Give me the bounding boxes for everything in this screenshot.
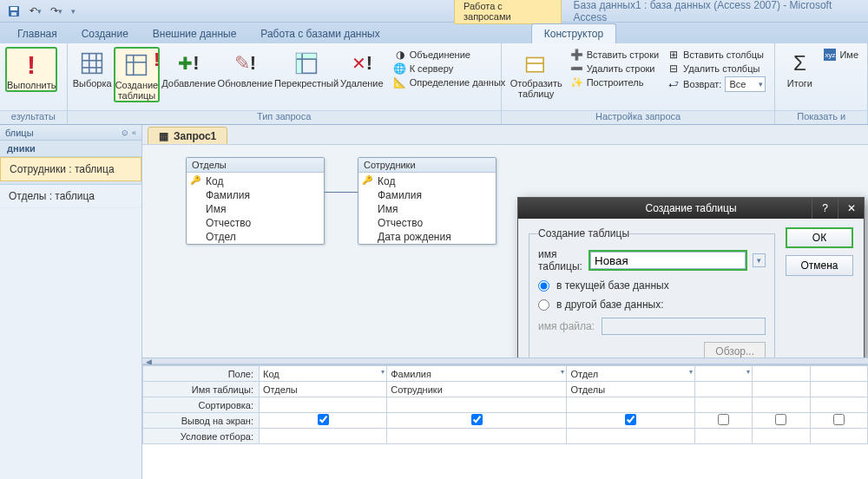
chevron-down-icon[interactable]: ▾ xyxy=(746,368,750,376)
show-checkbox[interactable] xyxy=(318,414,329,425)
make-table-button[interactable]: ! Создание таблицы xyxy=(114,47,161,102)
union-button[interactable]: ◑Объединение xyxy=(394,49,506,61)
cancel-button[interactable]: Отмена xyxy=(786,255,853,276)
qat-more-icon[interactable]: ▾ xyxy=(68,5,79,17)
grid-cell[interactable]: Код▾ xyxy=(260,366,387,382)
insert-cols-button[interactable]: ⊞Вставить столбцы xyxy=(667,49,766,61)
save-icon[interactable] xyxy=(3,3,24,20)
tab-create[interactable]: Создание xyxy=(69,24,141,43)
nav-item-otdely[interactable]: Отделы : таблица xyxy=(0,185,141,208)
totals-button[interactable]: Σ Итоги xyxy=(780,47,819,89)
field-item[interactable]: Код xyxy=(187,174,324,188)
return-combo[interactable]: ⮐Возврат: Все▾ xyxy=(667,76,766,92)
passthrough-button[interactable]: 🌐К серверу xyxy=(394,62,506,75)
nav-category[interactable]: дники xyxy=(0,141,141,157)
tab-design[interactable]: Конструктор xyxy=(531,23,616,43)
close-button[interactable]: ✕ xyxy=(838,198,864,219)
grid-cell[interactable] xyxy=(567,429,694,444)
grid-cell[interactable] xyxy=(694,397,752,413)
grid-cell[interactable] xyxy=(694,429,752,444)
grid-cell[interactable] xyxy=(387,413,567,429)
dialog-titlebar[interactable]: Создание таблицы ? ✕ xyxy=(518,198,864,219)
grid-cell[interactable] xyxy=(567,413,694,429)
document-tab[interactable]: ▦ Запрос1 xyxy=(148,127,227,146)
grid-cell[interactable]: Фамилия▾ xyxy=(387,366,567,382)
grid-cell[interactable] xyxy=(810,366,867,382)
nav-item-sotrudniki[interactable]: Сотрудники : таблица xyxy=(0,157,141,181)
show-checkbox[interactable] xyxy=(833,414,845,425)
chevron-down-icon[interactable]: ⊙ xyxy=(122,128,128,137)
nav-header[interactable]: блицы ⊙« xyxy=(0,125,141,141)
show-checkbox[interactable] xyxy=(625,414,636,425)
delete-cols-button[interactable]: ⊟Удалить столбцы xyxy=(667,62,766,75)
grid-cell[interactable]: Сотрудники xyxy=(387,382,567,397)
field-item[interactable]: Код xyxy=(358,174,496,188)
grid-cell[interactable] xyxy=(260,429,387,444)
field-item[interactable]: Отдел xyxy=(187,230,324,244)
ok-button[interactable]: ОК xyxy=(786,227,853,248)
query-design-canvas[interactable]: Отделы Код Фамилия Имя Отчество Отдел Со… xyxy=(142,144,868,358)
builder-button[interactable]: ✨Построитель xyxy=(571,76,659,89)
grid-cell[interactable] xyxy=(694,382,752,397)
select-query-button[interactable]: Выборка xyxy=(73,47,112,89)
crosstab-button[interactable]: Перекрестный xyxy=(274,47,339,89)
chevron-down-icon[interactable]: ▾ xyxy=(561,368,564,376)
grid-cell[interactable] xyxy=(753,382,810,397)
field-item[interactable]: Дата рождения xyxy=(358,230,496,244)
table-name-input[interactable] xyxy=(590,252,746,269)
tab-home[interactable]: Главная xyxy=(5,24,69,43)
collapse-icon[interactable]: « xyxy=(132,128,136,137)
undo-icon[interactable]: ↶▾ xyxy=(26,3,45,18)
field-item[interactable]: Имя xyxy=(187,202,324,216)
show-checkbox[interactable] xyxy=(471,414,483,425)
current-db-radio[interactable] xyxy=(538,280,549,292)
grid-cell[interactable] xyxy=(810,413,867,429)
delete-rows-button[interactable]: ➖Удалить строки xyxy=(571,62,659,75)
grid-cell[interactable] xyxy=(753,413,810,429)
chevron-down-icon[interactable]: ▾ xyxy=(689,368,693,376)
grid-cell[interactable] xyxy=(810,397,867,413)
help-button[interactable]: ? xyxy=(812,198,838,219)
grid-cell[interactable]: Отделы xyxy=(260,382,387,397)
parameters-button[interactable]: xyzИме xyxy=(824,49,858,61)
field-item[interactable]: Имя xyxy=(358,202,496,216)
show-checkbox[interactable] xyxy=(775,414,786,425)
show-checkbox[interactable] xyxy=(718,414,729,425)
field-item[interactable]: Отчество xyxy=(358,216,496,230)
update-button[interactable]: ✎! Обновление xyxy=(218,47,273,89)
other-db-radio[interactable] xyxy=(538,299,549,311)
run-button[interactable]: ! Выполнить xyxy=(5,47,57,92)
delete-query-button[interactable]: ✕! Удаление xyxy=(340,47,384,89)
splitter-bar[interactable] xyxy=(142,358,868,364)
grid-cell[interactable] xyxy=(753,366,810,382)
grid-cell[interactable] xyxy=(810,429,867,444)
tab-external-data[interactable]: Внешние данные xyxy=(141,24,249,43)
field-item[interactable]: Фамилия xyxy=(187,188,324,202)
chevron-down-icon[interactable]: ▾ xyxy=(753,253,766,267)
grid-cell[interactable] xyxy=(753,429,810,444)
relationship-line[interactable] xyxy=(325,192,358,193)
tab-database-tools[interactable]: Работа с базами данных xyxy=(248,24,391,43)
grid-cell[interactable]: Отделы xyxy=(567,382,694,397)
insert-rows-button[interactable]: ➕Вставить строки xyxy=(571,49,659,61)
show-table-button[interactable]: Отобразить таблицу xyxy=(507,47,566,99)
data-definition-button[interactable]: 📐Определение данных xyxy=(394,76,506,89)
grid-cell[interactable] xyxy=(387,397,567,413)
grid-cell[interactable] xyxy=(387,429,567,444)
table-box-otdely[interactable]: Отделы Код Фамилия Имя Отчество Отдел xyxy=(186,157,325,245)
chevron-down-icon[interactable]: ▾ xyxy=(381,368,385,376)
grid-cell[interactable]: Отдел▾ xyxy=(567,366,694,382)
qbe-grid[interactable]: Поле: Код▾ Фамилия▾ Отдел▾ ▾ Имя таблицы… xyxy=(142,364,868,479)
redo-icon[interactable]: ↷▾ xyxy=(47,3,66,18)
grid-cell[interactable] xyxy=(260,413,387,429)
table-box-sotrudniki[interactable]: Сотрудники Код Фамилия Имя Отчество Дата… xyxy=(358,157,496,245)
field-item[interactable]: Отчество xyxy=(187,216,324,230)
field-item[interactable]: Фамилия xyxy=(358,188,496,202)
grid-cell[interactable] xyxy=(694,413,752,429)
grid-cell[interactable]: ▾ xyxy=(694,366,752,382)
grid-cell[interactable] xyxy=(567,397,694,413)
grid-cell[interactable] xyxy=(810,382,867,397)
append-button[interactable]: ✚! Добавление xyxy=(161,47,215,89)
grid-cell[interactable] xyxy=(753,397,810,413)
grid-cell[interactable] xyxy=(260,397,387,413)
